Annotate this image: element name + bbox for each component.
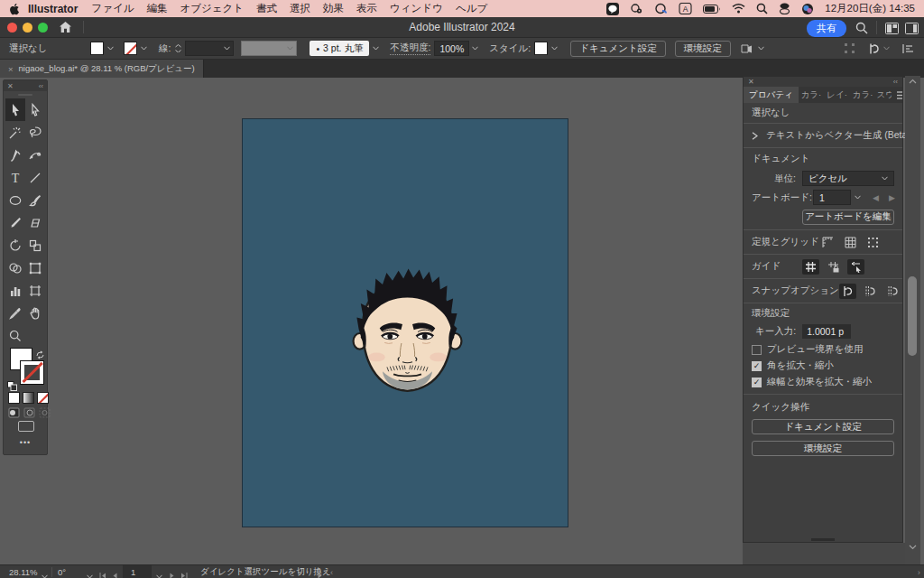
pencil-tool[interactable] <box>5 211 25 234</box>
lock-guides-icon[interactable] <box>825 259 842 275</box>
lasso-tool[interactable] <box>25 121 45 144</box>
scroll-up-icon[interactable] <box>909 79 917 84</box>
scale-tool[interactable] <box>25 234 45 256</box>
show-grid-icon[interactable] <box>842 235 859 250</box>
menu-view[interactable]: 表示 <box>356 2 377 15</box>
vector-generation-row[interactable]: テキストからベクター生成 (Beta) <box>752 124 894 147</box>
panel-menu-icon[interactable] <box>892 87 902 103</box>
stroke-color-swatch[interactable] <box>21 361 43 384</box>
curvature-tool[interactable] <box>25 144 45 166</box>
none-mode-icon[interactable] <box>37 392 49 404</box>
artboard-number-field[interactable]: 1 <box>123 565 152 578</box>
gear-icon[interactable] <box>630 3 643 14</box>
chevron-down-icon[interactable] <box>156 570 162 578</box>
scroll-down-icon[interactable] <box>909 545 917 550</box>
checkbox-row[interactable]: 線幅と効果を拡大・縮小 <box>752 374 894 390</box>
menu-edit[interactable]: 編集 <box>146 2 167 15</box>
rotate-tool[interactable] <box>5 234 25 256</box>
show-rulers-icon[interactable] <box>819 235 836 250</box>
color-mode-icon[interactable] <box>8 392 20 404</box>
document-tab[interactable]: × nigaoe_blog.ai* @ 28.11 % (RGB/プレビュー) <box>0 60 204 78</box>
edit-artboard-button[interactable]: アートボードを編集 <box>802 210 894 225</box>
shape-builder-tool[interactable] <box>5 256 25 279</box>
menu-app-name[interactable]: Illustrator <box>28 3 78 15</box>
rotation-value[interactable]: 0° <box>58 565 66 578</box>
edit-toolbar-icon[interactable]: ••• <box>4 438 47 447</box>
line-app-icon[interactable] <box>606 3 619 15</box>
menu-window[interactable]: ウィンドウ <box>390 2 443 15</box>
pref-checkbox-0[interactable] <box>752 345 762 355</box>
chevron-down-icon[interactable] <box>42 570 48 578</box>
canvas-area[interactable]: ✕ ‹‹ T <box>0 78 924 564</box>
chevron-down-icon[interactable] <box>855 195 861 200</box>
last-artboard-icon[interactable] <box>180 569 188 578</box>
screen-mode-icon[interactable] <box>18 421 34 432</box>
unit-dropdown[interactable]: ピクセル <box>802 171 894 186</box>
opacity-value[interactable]: 100% <box>434 41 469 56</box>
collapse-tools-icon[interactable]: ‹‹ <box>39 82 43 90</box>
style-swatch[interactable] <box>534 42 548 55</box>
snap-to-pixel-grid-icon[interactable] <box>864 235 882 250</box>
chevron-down-icon[interactable] <box>472 46 478 51</box>
tab-properties[interactable]: プロパティ <box>744 87 799 103</box>
key-input-field[interactable]: 1.0001 p <box>802 324 851 339</box>
smart-guides-icon[interactable] <box>847 259 864 275</box>
direct-selection-tool[interactable] <box>25 98 45 121</box>
chevron-down-icon[interactable] <box>373 46 379 51</box>
chevron-down-icon[interactable] <box>551 46 558 51</box>
gradient-mode-icon[interactable] <box>23 392 34 404</box>
tab-color-guide[interactable]: カラ· <box>851 87 875 103</box>
artboard-tool[interactable] <box>25 279 45 302</box>
menu-select[interactable]: 選択 <box>290 2 310 15</box>
zoom-tool[interactable] <box>5 324 25 347</box>
search-icon-titlebar[interactable] <box>855 22 868 38</box>
quick-preferences-button[interactable]: 環境設定 <box>752 441 894 456</box>
wifi-icon[interactable] <box>732 4 745 14</box>
prev-artboard-icon[interactable]: ◀ <box>873 193 879 202</box>
menu-type[interactable]: 書式 <box>256 2 277 15</box>
chevron-down-icon[interactable] <box>141 46 147 51</box>
magic-wand-tool[interactable] <box>5 121 25 144</box>
swap-fill-stroke-icon[interactable] <box>36 347 46 363</box>
tools-grip[interactable] <box>18 94 32 96</box>
snap-options-icon[interactable] <box>868 42 890 55</box>
checkbox-row[interactable]: プレビュー境界を使用 <box>752 341 894 358</box>
stroke-swatch[interactable] <box>124 42 137 55</box>
stroke-width-stepper[interactable] <box>175 44 181 52</box>
menu-file[interactable]: ファイル <box>91 2 134 15</box>
next-artboard-icon[interactable]: ▶ <box>889 193 895 202</box>
pref-checkbox-2[interactable] <box>752 378 762 387</box>
next-artboard-icon[interactable] <box>170 569 175 578</box>
ellipse-tool[interactable] <box>5 189 25 211</box>
search-icon[interactable] <box>756 3 768 14</box>
draw-normal-icon[interactable] <box>8 407 20 418</box>
menu-object[interactable]: オブジェクト <box>180 2 244 15</box>
menu-clock[interactable]: 12月20日(金) 14:35 <box>825 2 915 15</box>
tab-swatches[interactable]: スウ› <box>876 87 892 103</box>
align-options-icon[interactable] <box>902 43 915 54</box>
artboard[interactable] <box>242 118 568 527</box>
selection-tool[interactable] <box>5 98 25 121</box>
panel-resize-grip[interactable] <box>811 538 835 541</box>
checkbox-row[interactable]: 角を拡大・縮小 <box>752 358 894 374</box>
tab-layers[interactable]: レイ· <box>825 87 849 103</box>
gap-options-icon[interactable] <box>844 42 855 54</box>
paintbrush-tool[interactable] <box>25 189 45 211</box>
close-panel-icon[interactable]: ✕ <box>748 78 754 86</box>
draw-inside-icon[interactable] <box>39 407 51 418</box>
scroll-right-icon[interactable]: › <box>918 565 920 578</box>
artboard-dropdown[interactable]: 1 <box>813 190 851 205</box>
close-tools-icon[interactable]: ✕ <box>7 82 14 90</box>
variable-width-profile-dropdown[interactable] <box>241 41 297 56</box>
graph-tool[interactable] <box>5 279 25 302</box>
share-button[interactable]: 共有 <box>807 20 846 37</box>
eyedropper-tool[interactable] <box>5 302 25 324</box>
quick-document-setup-button[interactable]: ドキュメント設定 <box>752 419 894 434</box>
snap-to-point-icon[interactable] <box>839 284 856 299</box>
first-artboard-icon[interactable] <box>99 569 106 578</box>
apple-icon[interactable] <box>9 3 21 15</box>
assistant-icon[interactable] <box>654 3 668 14</box>
show-guides-icon[interactable] <box>802 259 819 275</box>
document-setup-button[interactable]: ドキュメント設定 <box>570 41 665 57</box>
free-transform-tool[interactable] <box>25 256 45 279</box>
